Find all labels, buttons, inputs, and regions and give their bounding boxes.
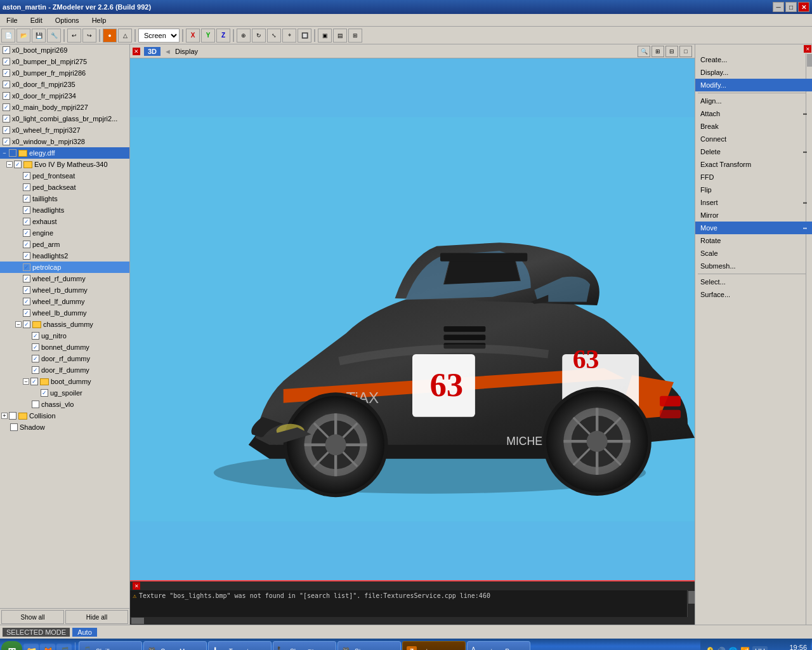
toolbar-btn13[interactable]: 🔲 bbox=[298, 29, 311, 43]
taskbar-app-skype[interactable]: 📞 Skype™ ... bbox=[273, 641, 336, 650]
right-menu-modify[interactable]: Modify... bbox=[695, 79, 812, 91]
minimize-button[interactable]: ─ bbox=[773, 2, 784, 12]
checkbox-x0-door-fl[interactable] bbox=[3, 81, 10, 88]
toolbar-scale[interactable]: ⤡ bbox=[267, 29, 281, 43]
right-menu-align[interactable]: Align... bbox=[695, 95, 812, 107]
log-scrollbar[interactable] bbox=[687, 590, 695, 617]
checkbox-x0-wheel-fr[interactable] bbox=[3, 126, 10, 134]
tree-item-x0-main-body[interactable]: x0_main_body_mpjri227 bbox=[0, 102, 129, 113]
tree-item-engine[interactable]: engine bbox=[0, 227, 129, 239]
tree-item-shadow[interactable]: Shadow bbox=[0, 421, 129, 433]
right-menu-rotate[interactable]: Rotate bbox=[695, 234, 812, 247]
toolbar-btn12[interactable]: ⌖ bbox=[282, 29, 296, 43]
right-menu-scale[interactable]: Scale bbox=[695, 247, 812, 260]
tree-item-ug-nitro[interactable]: ug_nitro bbox=[0, 330, 129, 342]
tree-item-headlights2[interactable]: headlights2 bbox=[0, 250, 129, 262]
log-hscrollbar[interactable] bbox=[130, 617, 695, 625]
checkbox-chassis-dummy[interactable] bbox=[23, 321, 30, 328]
checkbox-wheel-rf-dummy[interactable] bbox=[23, 275, 30, 282]
maximize-button[interactable]: □ bbox=[785, 2, 797, 12]
toolbar-redo[interactable]: ↪ bbox=[82, 29, 96, 43]
expand-collision[interactable]: + bbox=[1, 413, 8, 419]
screen-dropdown[interactable]: Screen bbox=[138, 29, 180, 43]
taskbar-app-zmodeler[interactable]: Z aston_m... bbox=[402, 641, 466, 650]
right-menu-mirror[interactable]: Mirror bbox=[695, 209, 812, 222]
checkbox-elegy-dff[interactable] bbox=[9, 149, 16, 157]
checkbox-shadow[interactable] bbox=[10, 423, 18, 431]
checkbox-headlights2[interactable] bbox=[23, 252, 30, 260]
toolbar-rotate[interactable]: ↻ bbox=[252, 29, 266, 43]
toolbar-undo[interactable]: ↩ bbox=[67, 29, 81, 43]
right-menu-ffd[interactable]: FFD bbox=[695, 171, 812, 183]
checkbox-evo-iv[interactable] bbox=[14, 161, 22, 168]
checkbox-x0-bumper-bl[interactable] bbox=[3, 58, 10, 65]
toolbar-btn8[interactable]: △ bbox=[118, 29, 132, 43]
tree-item-bonnet-dummy[interactable]: bonnet_dummy bbox=[0, 342, 129, 353]
right-menu-surface[interactable]: Surface... bbox=[695, 288, 812, 301]
tree-item-x0-boot[interactable]: x0_boot_mpjri269 bbox=[0, 44, 129, 56]
checkbox-x0-main-body[interactable] bbox=[3, 103, 10, 111]
checkbox-headlights[interactable] bbox=[23, 206, 30, 214]
tree-item-exhaust[interactable]: exhaust bbox=[0, 216, 129, 227]
tree-item-ped-backseat[interactable]: ped_backseat bbox=[0, 182, 129, 193]
hide-all-button[interactable]: Hide all bbox=[65, 610, 128, 624]
tree-item-chassis-dummy[interactable]: − chassis_dummy bbox=[0, 319, 129, 330]
checkbox-ped-arm[interactable] bbox=[23, 241, 30, 248]
start-button[interactable]: ⊞ bbox=[1, 641, 22, 650]
expand-elegy-dff[interactable]: − bbox=[1, 150, 8, 156]
checkbox-taillights[interactable] bbox=[23, 195, 30, 202]
tree-item-petrolcap[interactable]: petrolcap bbox=[0, 262, 129, 273]
tree-item-evo-iv[interactable]: − Evo IV By Matheus-340 bbox=[0, 159, 129, 170]
right-menu-break[interactable]: Break bbox=[695, 120, 812, 133]
checkbox-x0-door-fr[interactable] bbox=[3, 92, 10, 100]
tree-item-ped-frontseat[interactable]: ped_frontseat bbox=[0, 170, 129, 182]
checkbox-exhaust[interactable] bbox=[23, 218, 30, 225]
tree-item-x0-wheel-fr[interactable]: x0_wheel_fr_mpjri327 bbox=[0, 124, 129, 136]
tree-item-x0-bumper-bl[interactable]: x0_bumper_bl_mpjri275 bbox=[0, 56, 129, 67]
toolbar-render[interactable]: ● bbox=[103, 29, 117, 43]
expand-boot-dummy[interactable]: − bbox=[23, 378, 29, 385]
menu-file[interactable]: File bbox=[3, 16, 22, 25]
viewport-maximize[interactable]: □ bbox=[679, 46, 692, 57]
checkbox-wheel-rb-dummy[interactable] bbox=[23, 286, 30, 294]
toolbar-select2[interactable]: ▤ bbox=[333, 29, 347, 43]
taskbar-icon-firefox[interactable]: 🦊 bbox=[40, 644, 55, 650]
axis-y[interactable]: Y bbox=[201, 29, 215, 43]
close-button[interactable]: ✕ bbox=[798, 2, 809, 12]
checkbox-x0-window-b[interactable] bbox=[3, 138, 10, 145]
taskbar-app-utorrent[interactable]: ⬇ μTorrent... bbox=[208, 641, 272, 650]
right-menu-delete[interactable]: Delete ▪▪ bbox=[695, 145, 812, 158]
right-menu-connect[interactable]: Connect bbox=[695, 133, 812, 145]
language-indicator[interactable]: HU bbox=[752, 646, 768, 650]
tree-item-x0-bumper-fr[interactable]: x0_bumper_fr_mpjri286 bbox=[0, 67, 129, 79]
taskbar-icon-explorer[interactable]: 📁 bbox=[23, 644, 39, 650]
right-panel-close-button[interactable]: ✕ bbox=[804, 45, 811, 53]
viewport-zoom[interactable]: 🔍 bbox=[638, 46, 650, 57]
toolbar-new[interactable]: 📄 bbox=[1, 29, 15, 43]
viewport-btn2[interactable]: ⊞ bbox=[652, 46, 664, 57]
taskbar-app-steam[interactable]: 🎮 Steam bbox=[337, 641, 401, 650]
checkbox-boot-dummy[interactable] bbox=[30, 378, 38, 385]
tree-item-taillights[interactable]: taillights bbox=[0, 193, 129, 204]
checkbox-collision[interactable] bbox=[9, 412, 16, 420]
tray-icon-2[interactable]: 🔊 bbox=[716, 647, 726, 650]
show-all-button[interactable]: Show all bbox=[1, 610, 64, 624]
viewport-3d[interactable]: 63 63 TiAX MICHELIN ⚜ ASTON MARTIN bbox=[130, 58, 695, 580]
checkbox-door-rf-dummy[interactable] bbox=[32, 355, 39, 362]
axis-z[interactable]: Z bbox=[216, 29, 230, 43]
taskbar-app-skrillex[interactable]: 🎵 Skrillex - ... bbox=[79, 641, 142, 650]
tree-item-wheel-rb-dummy[interactable]: wheel_rb_dummy bbox=[0, 284, 129, 296]
auto-button[interactable]: Auto bbox=[72, 628, 97, 637]
axis-x[interactable]: X bbox=[186, 29, 200, 43]
checkbox-x0-boot[interactable] bbox=[3, 46, 10, 54]
tree-item-x0-door-fl[interactable]: x0_door_fl_mpjri235 bbox=[0, 79, 129, 90]
log-scrollbar-thumb[interactable] bbox=[688, 591, 695, 604]
viewport-btn3[interactable]: ⊟ bbox=[665, 46, 678, 57]
right-menu-exact-transform[interactable]: Exact Transform bbox=[695, 158, 812, 171]
taskbar-app-aston[interactable]: A aston - P... bbox=[467, 641, 530, 650]
tree-item-x0-door-fr[interactable]: x0_door_fr_mpjri234 bbox=[0, 90, 129, 102]
right-menu-insert[interactable]: Insert ▪▪ bbox=[695, 196, 812, 209]
toolbar-select1[interactable]: ▣ bbox=[318, 29, 332, 43]
tree-item-door-lf-dummy[interactable]: door_lf_dummy bbox=[0, 364, 129, 376]
right-menu-create[interactable]: Create... bbox=[695, 53, 812, 66]
